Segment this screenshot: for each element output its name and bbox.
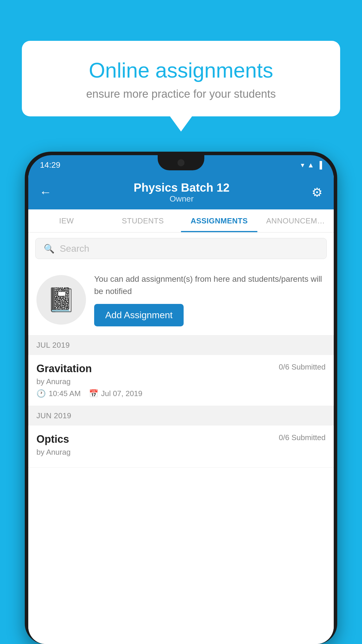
calendar-icon: 📅 <box>89 389 98 398</box>
header-subtitle: Owner <box>52 194 312 204</box>
assignment-date: Jul 07, 2019 <box>101 389 143 398</box>
phone-frame: 14:29 ▾ ▲ ▐ ← Physics Batch 12 Owner ⚙ <box>25 152 337 644</box>
tab-assignments[interactable]: ASSIGNMENTS <box>181 209 257 232</box>
settings-icon[interactable]: ⚙ <box>312 185 323 200</box>
assignment-title-gravitation: Gravitation <box>36 363 92 375</box>
time-item: 🕐 10:45 AM <box>36 389 81 398</box>
search-bar[interactable]: 🔍 Search <box>35 238 327 259</box>
assignment-submitted-optics: 0/6 Submitted <box>279 433 326 442</box>
speech-bubble: Online assignments ensure more practice … <box>22 41 340 116</box>
promo-text: You can add assignment(s) from here and … <box>94 273 326 298</box>
tab-bar: IEW STUDENTS ASSIGNMENTS ANNOUNCEM… <box>28 209 334 233</box>
front-camera <box>178 159 184 166</box>
content-area: 🔍 Search 📓 You can add assignment(s) fro… <box>28 233 334 644</box>
assignment-item-optics[interactable]: Optics 0/6 Submitted by Anurag <box>28 426 334 468</box>
assignment-title-optics: Optics <box>36 433 69 445</box>
assignment-submitted-gravitation: 0/6 Submitted <box>279 363 326 372</box>
phone-notch <box>158 155 204 170</box>
search-placeholder: Search <box>60 243 89 254</box>
assignment-row1: Gravitation 0/6 Submitted <box>36 363 326 375</box>
notebook-icon: 📓 <box>47 286 76 314</box>
app-header: ← Physics Batch 12 Owner ⚙ <box>28 175 334 209</box>
phone-screen: ← Physics Batch 12 Owner ⚙ IEW STUDENTS … <box>28 175 334 644</box>
speech-bubble-subtitle: ensure more practice for your students <box>42 88 320 100</box>
speech-bubble-title: Online assignments <box>42 58 320 83</box>
assignment-row1-optics: Optics 0/6 Submitted <box>36 433 326 445</box>
tab-students[interactable]: STUDENTS <box>105 209 181 232</box>
clock-icon: 🕐 <box>36 389 46 398</box>
section-header-jul: JUL 2019 <box>28 335 334 355</box>
assignment-datetime-gravitation: 🕐 10:45 AM 📅 Jul 07, 2019 <box>36 389 326 398</box>
section-header-jun: JUN 2019 <box>28 406 334 426</box>
search-icon: 🔍 <box>44 244 55 254</box>
header-center: Physics Batch 12 Owner <box>52 181 312 204</box>
add-assignment-button[interactable]: Add Assignment <box>94 304 184 326</box>
back-button[interactable]: ← <box>39 185 52 199</box>
assignment-time: 10:45 AM <box>49 389 81 398</box>
tab-overview[interactable]: IEW <box>28 209 105 232</box>
promo-icon-circle: 📓 <box>36 275 86 325</box>
status-icons: ▾ ▲ ▐ <box>301 161 322 169</box>
signal-icon: ▲ <box>307 161 314 169</box>
wifi-icon: ▾ <box>301 161 304 169</box>
tab-announcements[interactable]: ANNOUNCEM… <box>257 209 334 232</box>
date-item: 📅 Jul 07, 2019 <box>89 389 143 398</box>
assignment-item-gravitation[interactable]: Gravitation 0/6 Submitted by Anurag 🕐 10… <box>28 355 334 406</box>
phone-inner: 14:29 ▾ ▲ ▐ ← Physics Batch 12 Owner ⚙ <box>28 155 334 644</box>
battery-icon: ▐ <box>317 161 322 169</box>
promo-section: 📓 You can add assignment(s) from here an… <box>28 264 334 335</box>
speech-bubble-container: Online assignments ensure more practice … <box>22 41 340 116</box>
assignment-by-gravitation: by Anurag <box>36 377 326 386</box>
promo-right: You can add assignment(s) from here and … <box>94 273 326 326</box>
header-title: Physics Batch 12 <box>52 181 312 194</box>
search-container: 🔍 Search <box>28 233 334 264</box>
status-time: 14:29 <box>40 160 60 170</box>
assignment-by-optics: by Anurag <box>36 448 326 457</box>
